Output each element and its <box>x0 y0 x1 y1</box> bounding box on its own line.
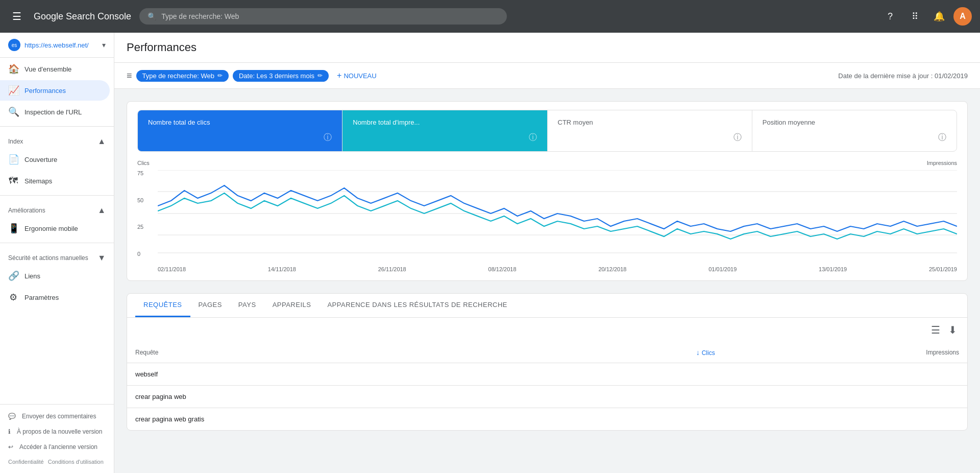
sort-arrow: ↓ <box>696 348 702 357</box>
cell-clics <box>549 408 723 431</box>
section-label: Sécurité et actions manuelles <box>8 254 88 262</box>
x-label: 02/11/2018 <box>158 266 186 272</box>
metric-cards: Nombre total de clics ⓘ Nombre total d'i… <box>137 110 957 152</box>
tab-pays[interactable]: PAYS <box>230 294 264 317</box>
sidebar-feedback[interactable]: 💬 Envoyer des commentaires <box>0 409 114 424</box>
sidebar-section-securite: Sécurité et actions manuelles ▼ <box>0 247 114 265</box>
site-dropdown-arrow: ▾ <box>102 41 106 49</box>
metric-card-impressions[interactable]: Nombre total d'impre... ⓘ <box>342 110 547 151</box>
search-icon: 🔍 <box>148 12 156 20</box>
menu-icon[interactable]: ☰ <box>8 6 26 27</box>
filter-rows-icon[interactable]: ☰ <box>929 322 942 338</box>
metric-card-ctr[interactable]: CTR moyen ⓘ <box>548 110 752 151</box>
metric-title: Nombre total d'impre... <box>353 119 536 126</box>
sidebar-old-version[interactable]: ↩ Accéder à l'ancienne version <box>0 439 114 455</box>
tab-requetes[interactable]: REQUÊTES <box>135 294 190 317</box>
sidebar-item-couverture[interactable]: 📄 Couverture <box>0 149 110 170</box>
performance-chart-container: Nombre total de clics ⓘ Nombre total d'i… <box>127 101 968 281</box>
cell-clics <box>549 386 723 408</box>
old-version-label: Accéder à l'ancienne version <box>19 443 97 451</box>
sidebar-section-index: Index ▲ <box>0 131 114 148</box>
page-title: Performances <box>127 41 968 54</box>
sidebar-divider <box>0 195 114 196</box>
sidebar-item-parametres[interactable]: ⚙ Paramètres <box>0 287 110 308</box>
sidebar-item-label: Ergonomie mobile <box>24 225 78 232</box>
feedback-icon: 💬 <box>8 413 16 420</box>
sidebar-item-label: Vue d'ensemble <box>24 65 71 73</box>
section-toggle-icon[interactable]: ▲ <box>97 206 106 215</box>
y-tick: 75 <box>137 170 143 176</box>
tab-appareils[interactable]: APPAREILS <box>264 294 320 317</box>
y-tick: 0 <box>137 251 143 257</box>
tab-apparence[interactable]: APPARENCE DANS LES RÉSULTATS DE RECHERCH… <box>319 294 516 317</box>
home-icon: 🏠 <box>8 63 18 75</box>
cell-impressions <box>723 408 967 431</box>
metric-title: Nombre total de clics <box>148 119 332 126</box>
col-impressions: Impressions <box>723 342 967 363</box>
notification-icon[interactable]: 🔔 <box>929 6 949 27</box>
new-filter-button[interactable]: + NOUVEAU <box>333 69 381 82</box>
filter-icon[interactable]: ≡ <box>127 70 132 81</box>
download-icon[interactable]: ⬇ <box>946 322 959 338</box>
sidebar-footer: Confidentialité Conditions d'utilisation <box>0 455 114 469</box>
tab-pages[interactable]: PAGES <box>190 294 230 317</box>
queries-table: Requête ↓ Clics Impressions webself <box>127 342 967 430</box>
section-toggle-icon[interactable]: ▲ <box>97 137 106 146</box>
settings-icon: ⚙ <box>8 292 18 303</box>
chart-x-labels: 02/11/2018 14/11/2018 26/11/2018 08/12/2… <box>158 266 957 272</box>
cell-impressions <box>723 363 967 386</box>
sidebar-item-sitemaps[interactable]: 🗺 Sitemaps <box>0 171 110 191</box>
help-icon: ⓘ <box>529 132 537 143</box>
chart-y-label-left: Clics <box>137 160 150 166</box>
sidebar-item-overview[interactable]: 🏠 Vue d'ensemble <box>0 59 110 79</box>
filter-chip-date[interactable]: Date: Les 3 derniers mois ✏ <box>233 70 329 82</box>
filter-chip-search-type[interactable]: Type de recherche: Web ✏ <box>136 70 229 82</box>
search-bar: 🔍 <box>139 8 507 25</box>
new-button-label: NOUVEAU <box>344 72 376 80</box>
sidebar-item-performances[interactable]: 📈 Performances <box>0 80 110 101</box>
metric-card-clics[interactable]: Nombre total de clics ⓘ <box>138 110 342 151</box>
apps-icon[interactable]: ⠿ <box>904 6 925 27</box>
chart-icon: 📈 <box>8 85 18 96</box>
chart-svg <box>158 170 957 257</box>
sidebar-item-label: Inspection de l'URL <box>24 108 82 116</box>
metric-title: Position moyenne <box>763 119 946 126</box>
sidebar-about[interactable]: ℹ À propos de la nouvelle version <box>0 424 114 439</box>
topnav-right-actions: ? ⠿ 🔔 A <box>880 6 972 27</box>
metric-card-position[interactable]: Position moyenne ⓘ <box>752 110 957 151</box>
site-favicon: es <box>8 39 20 51</box>
chart-svg-element <box>158 170 957 257</box>
sidebar-section-ameliorations: Améliorations ▲ <box>0 200 114 217</box>
sidebar-item-ergonomie[interactable]: 📱 Ergonomie mobile <box>0 218 110 239</box>
y-tick: 50 <box>137 197 143 203</box>
main-layout: es https://es.webself.net/ ▾ 🏠 Vue d'ens… <box>0 33 980 473</box>
sidebar-divider <box>0 243 114 243</box>
section-toggle-icon[interactable]: ▼ <box>97 253 106 263</box>
privacy-link[interactable]: Confidentialité <box>8 459 44 465</box>
col-clics[interactable]: ↓ Clics <box>549 342 723 363</box>
metric-title: CTR moyen <box>558 119 742 126</box>
sidebar-item-url-inspection[interactable]: 🔍 Inspection de l'URL <box>0 102 110 122</box>
edit-icon: ✏ <box>317 72 323 79</box>
sidebar-item-label: Performances <box>24 87 66 94</box>
terms-link[interactable]: Conditions d'utilisation <box>48 459 104 465</box>
top-navigation: ☰ Google Search Console 🔍 ? ⠿ 🔔 A <box>0 0 980 33</box>
table-section: REQUÊTES PAGES PAYS APPAREILS APPARENCE … <box>127 293 968 431</box>
table-header-row: Requête ↓ Clics Impressions <box>127 342 967 363</box>
help-button[interactable]: ? <box>880 6 900 27</box>
x-label: 14/11/2018 <box>268 266 296 272</box>
cell-requete: webself <box>127 363 549 386</box>
table-toolbar: ☰ ⬇ <box>127 318 967 342</box>
chart-y-label-right: Impressions <box>927 160 957 166</box>
main-content: Performances ≡ Type de recherche: Web ✏ … <box>114 33 980 473</box>
search-input[interactable] <box>161 12 499 20</box>
site-selector[interactable]: es https://es.webself.net/ ▾ <box>0 33 114 58</box>
cell-requete: crear pagina web <box>127 386 549 408</box>
x-label: 26/11/2018 <box>378 266 406 272</box>
avatar[interactable]: A <box>953 7 972 26</box>
about-label: À propos de la nouvelle version <box>17 428 102 435</box>
page-header: Performances <box>114 33 980 63</box>
y-tick: 25 <box>137 224 143 230</box>
sidebar-item-liens[interactable]: 🔗 Liens <box>0 266 110 286</box>
chart-y-labels: 75 50 25 0 <box>137 170 143 257</box>
